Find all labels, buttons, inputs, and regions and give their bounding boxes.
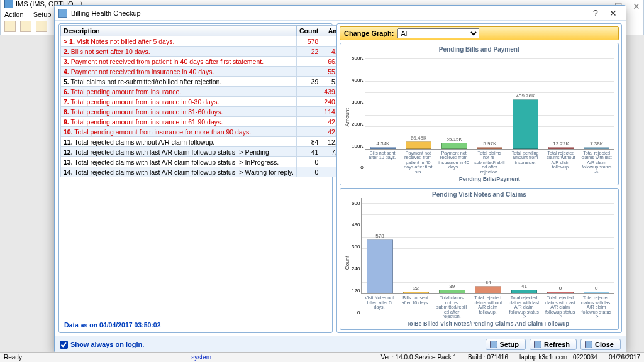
chart1-title: Pending Bills and Payment [344,46,614,53]
chart2-title: Pending Visit Notes and Claims [344,191,614,198]
show-always-input[interactable] [60,341,68,349]
dialog-title: Billing Health Checkup [71,9,141,17]
col-description[interactable]: Description [61,26,297,36]
chart-bar: 0 [581,285,612,293]
table-row[interactable]: 14. Total rejected claims with last A/R … [61,167,360,177]
toolbar-icon-1[interactable] [4,21,16,32]
chart-bar: 7.38K [581,141,612,149]
help-icon[interactable]: ? [587,8,604,18]
chart2-yaxis: 6004803602401200 [352,198,361,327]
chart2-xlabels: Visit Notes not billed after 5 days.Bill… [361,294,614,319]
chart1-xtitle: Pending Bills/Payment [365,176,614,182]
description-table: Description Count Amount > 1. Visit Note… [60,25,360,177]
dialog-icon [58,9,67,18]
change-graph-select[interactable]: All [397,28,479,38]
status-build: Build : 071416 [468,354,508,361]
chart-bar: 0 [545,285,575,293]
chart-bar: 5.97K [475,141,506,149]
table-row[interactable]: 13. Total rejected claims with last A/R … [61,157,360,167]
toolbar-icon-2[interactable] [20,21,31,32]
table-row[interactable]: 2. Bills not sent after 10 days.224,338.… [61,47,360,57]
table-row[interactable]: 3. Payment not received from patient in … [61,57,360,67]
toolbar-icon-3[interactable] [36,21,47,32]
table-row[interactable]: 5. Total claims not re-submitted/rebille… [61,77,360,87]
chart2-bars: 5782239844100 [361,198,614,295]
table-row[interactable]: 9. Total pending amount from insurance i… [61,117,360,127]
chart-bar: 41 [509,283,540,293]
chart2-ylabel: Count [344,198,350,327]
table-row[interactable]: 11. Total rejected claims without A/R cl… [61,137,360,147]
chart1-yaxis: 500K400K300K200K100K0 [352,53,365,182]
status-host: laptop-k3d1uccm - 0220034 [519,354,597,361]
billing-health-checkup-dialog: Billing Health Checkup ? ✕ Description C… [54,5,626,353]
chart-pending-bills: Pending Bills and Payment Amount 500K400… [340,43,619,185]
status-version: Ver : 14.0.0 Service Pack 1 [380,354,457,361]
close-icon[interactable]: ✕ [604,8,622,18]
menu-action[interactable]: Action [4,11,24,18]
data-as-on: Data as on 04/04/2017 03:50:02 [60,319,331,331]
gear-icon [490,341,497,348]
chart2-xtitle: To Be Billed Visit Notes/Pending Claims … [361,321,614,327]
chart-bar: 22 [401,285,431,293]
status-ready: Ready [4,354,22,361]
setup-button[interactable]: Setup [486,339,526,350]
status-user: system [33,354,369,361]
table-row[interactable]: 10. Total pending amount from insurance … [61,127,360,137]
app-icon [4,0,13,8]
show-always-label: Show always on login. [70,341,144,348]
menu-setup[interactable]: Setup [33,11,52,18]
table-row[interactable]: 6. Total pending amount from insurance.4… [61,87,360,97]
table-row[interactable]: 7. Total pending amount from insurance i… [61,97,360,107]
chart-bar: 12.22K [546,141,577,149]
chart-bar: 39 [436,283,467,293]
table-row[interactable]: 8. Total pending amount from insurance i… [61,107,360,117]
col-count[interactable]: Count [297,26,321,36]
table-row[interactable]: 4. Payment not received from insurance i… [61,67,360,77]
chart-pending-visit-notes: Pending Visit Notes and Claims Count 600… [340,188,619,331]
chart-bar: 439.76K [510,93,541,149]
table-row[interactable]: > 1. Visit Notes not billed after 5 days… [61,36,360,47]
chart1-bars: 4.34K66.45K55.15K5.97K439.76K12.22K7.38K [365,53,614,150]
dialog-titlebar[interactable]: Billing Health Checkup ? ✕ [55,6,626,21]
chart-bar: 84 [472,280,503,294]
show-always-checkbox[interactable]: Show always on login. [60,341,144,349]
status-bar: Ready system Ver : 14.0.0 Service Pack 1… [0,352,644,362]
change-graph-label: Change Graph: [344,30,394,37]
status-date: 04/26/2017 [609,354,640,361]
charts-panel: Change Graph: All Pending Bills and Paym… [336,23,622,333]
chart-bar: 578 [364,233,395,294]
close-button[interactable]: Close [580,339,621,350]
chart1-ylabel: Amount [344,53,350,182]
close-button-icon [585,341,592,348]
table-row[interactable]: 12. Total rejected claims with last A/R … [61,147,360,157]
chart-bar: 4.34K [368,141,399,149]
chart-bar: 66.45K [403,135,434,149]
change-graph-bar: Change Graph: All [340,26,619,40]
chart-bar: 55.15K [439,136,470,149]
description-table-panel: Description Count Amount > 1. Visit Note… [58,23,333,333]
app-close-icon[interactable]: ✕ [633,1,640,11]
refresh-button[interactable]: Refresh [530,339,577,350]
refresh-icon [534,341,541,348]
chart1-xlabels: Bills not sent after 10 days.Payment not… [365,150,614,175]
dialog-footer: Show always on login. Setup Refresh Clos… [55,336,626,353]
